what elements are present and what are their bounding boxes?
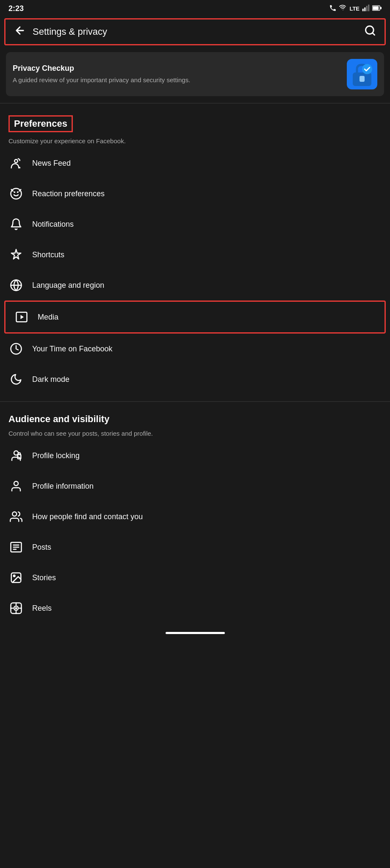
header-left: Settings & privacy — [14, 25, 107, 39]
audience-visibility-title: Audience and visibility — [8, 414, 109, 425]
svg-point-22 — [14, 481, 18, 486]
menu-item-language-region[interactable]: Language and region — [0, 270, 390, 300]
posts-label: Posts — [32, 543, 51, 552]
home-bar — [166, 632, 225, 634]
reaction-preferences-label: Reaction preferences — [32, 189, 105, 198]
privacy-checkup-title: Privacy Checkup — [13, 64, 190, 73]
svg-marker-18 — [21, 315, 24, 319]
svg-rect-5 — [373, 6, 379, 10]
media-icon — [14, 309, 29, 325]
menu-item-reaction-preferences[interactable]: Reaction preferences — [0, 178, 390, 209]
profile-information-label: Profile information — [32, 482, 94, 491]
notifications-label: Notifications — [32, 220, 74, 229]
notifications-icon — [8, 217, 24, 232]
battery-icon — [372, 5, 382, 12]
reels-label: Reels — [32, 604, 52, 613]
reaction-preferences-icon — [8, 186, 24, 201]
menu-item-notifications[interactable]: Notifications — [0, 209, 390, 239]
menu-item-media[interactable]: Media — [4, 300, 386, 334]
svg-rect-21 — [18, 455, 21, 459]
menu-item-dark-mode[interactable]: Dark mode — [0, 364, 390, 395]
dark-mode-icon — [8, 372, 24, 387]
menu-item-profile-information[interactable]: Profile information — [0, 471, 390, 501]
status-icons: LTE — [329, 4, 382, 13]
preferences-title: Preferences — [8, 115, 73, 132]
menu-item-news-feed[interactable]: News Feed — [0, 148, 390, 178]
shortcuts-label: Shortcuts — [32, 250, 64, 259]
news-feed-icon — [8, 156, 24, 171]
stories-label: Stories — [32, 573, 56, 582]
time-on-facebook-icon — [8, 341, 24, 356]
privacy-checkup-card[interactable]: Privacy Checkup A guided review of your … — [6, 52, 384, 96]
menu-item-how-people-find[interactable]: How people find and contact you — [0, 501, 390, 532]
wifi-icon — [339, 4, 347, 13]
divider-1 — [0, 103, 390, 103]
back-button[interactable] — [14, 25, 26, 39]
menu-item-time-on-facebook[interactable]: Your Time on Facebook — [0, 334, 390, 364]
svg-point-32 — [16, 608, 17, 609]
profile-locking-icon — [8, 448, 24, 463]
language-region-icon — [8, 278, 24, 293]
preferences-menu-list: News Feed Reaction preferences Notificat… — [0, 145, 390, 398]
audience-visibility-subtitle: Control who can see your posts, stories … — [0, 430, 390, 437]
time-on-facebook-label: Your Time on Facebook — [32, 345, 112, 353]
svg-rect-6 — [380, 7, 382, 9]
dark-mode-label: Dark mode — [32, 375, 69, 384]
signal-icon — [362, 4, 370, 13]
preferences-section-header: Preferences — [0, 107, 390, 135]
stories-icon — [8, 570, 24, 585]
home-indicator — [0, 627, 390, 639]
audience-visibility-menu-list: Profile locking Profile information How … — [0, 437, 390, 627]
svg-point-23 — [12, 512, 17, 516]
menu-item-profile-locking[interactable]: Profile locking — [0, 440, 390, 471]
privacy-checkup-desc: A guided review of your important privac… — [13, 75, 190, 84]
svg-rect-1 — [364, 8, 365, 11]
reels-icon — [8, 601, 24, 616]
how-people-find-icon — [8, 509, 24, 524]
divider-2 — [0, 401, 390, 402]
header: Settings & privacy — [4, 18, 386, 45]
menu-item-posts[interactable]: Posts — [0, 532, 390, 562]
audience-visibility-section-header: Audience and visibility — [0, 405, 390, 427]
preferences-subtitle: Customize your experience on Facebook. — [0, 137, 390, 145]
lte-label: LTE — [349, 6, 360, 12]
svg-rect-3 — [368, 5, 369, 11]
how-people-find-label: How people find and contact you — [32, 512, 143, 521]
profile-information-icon — [8, 479, 24, 494]
svg-point-11 — [14, 159, 18, 163]
svg-rect-9 — [360, 76, 365, 82]
svg-point-10 — [362, 64, 372, 74]
search-button[interactable] — [364, 25, 376, 39]
svg-rect-2 — [366, 6, 368, 11]
page-title: Settings & privacy — [33, 26, 107, 37]
status-bar: 2:23 LTE — [0, 0, 390, 17]
profile-locking-label: Profile locking — [32, 451, 80, 460]
privacy-checkup-icon — [347, 59, 377, 89]
news-feed-label: News Feed — [32, 159, 71, 168]
shortcuts-icon — [8, 247, 24, 262]
posts-icon — [8, 540, 24, 555]
media-label: Media — [38, 313, 58, 322]
menu-item-stories[interactable]: Stories — [0, 562, 390, 593]
status-time: 2:23 — [8, 4, 24, 13]
privacy-checkup-text: Privacy Checkup A guided review of your … — [13, 64, 190, 84]
svg-rect-0 — [362, 9, 364, 11]
menu-item-shortcuts[interactable]: Shortcuts — [0, 239, 390, 270]
phone-icon — [329, 4, 337, 13]
menu-item-reels[interactable]: Reels — [0, 593, 390, 623]
language-region-label: Language and region — [32, 281, 104, 290]
svg-point-29 — [14, 575, 15, 577]
